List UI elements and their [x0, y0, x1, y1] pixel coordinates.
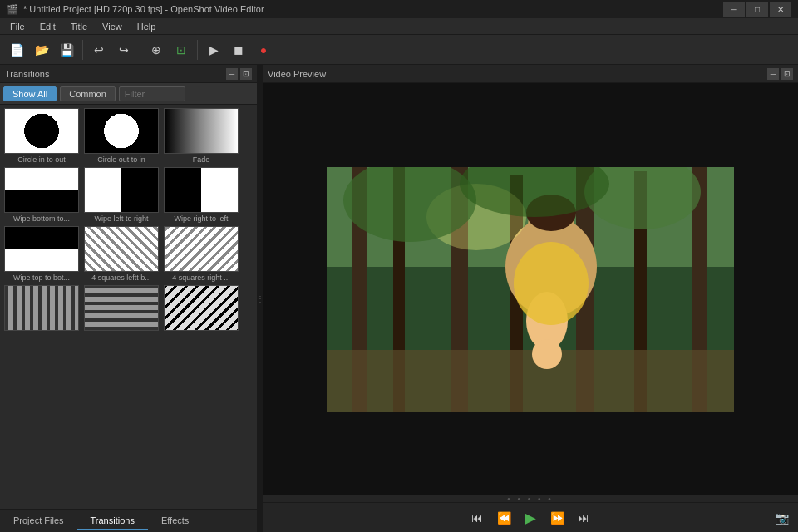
four-sq-left-preview	[85, 226, 158, 272]
play-button[interactable]: ▶	[519, 506, 542, 530]
transitions-grid: Circle in to out Circle out to in Fade W…	[0, 105, 257, 509]
app-title: * Untitled Project [HD 720p 30 fps] - Op…	[23, 4, 264, 14]
panel-minimize-icon[interactable]: ─	[226, 68, 238, 80]
wipe-bottom-preview	[5, 167, 78, 213]
stripe2-preview	[85, 285, 158, 331]
screenshot-button[interactable]: 📷	[771, 508, 791, 528]
four-sq-right-preview	[165, 226, 238, 272]
transition-fade-thumb	[164, 108, 239, 154]
transition-wipe-right-thumb	[164, 167, 239, 213]
rewind-button[interactable]: ⏪	[492, 506, 515, 530]
transitions-panel-controls: ─ ⊡	[226, 68, 252, 80]
svg-point-15	[514, 242, 589, 325]
close-button[interactable]: ✕	[770, 2, 791, 17]
transition-wipe-bottom-thumb	[4, 167, 79, 213]
toolbar-separator-3	[197, 40, 198, 60]
playback-controls: ⏮ ⏪ ▶ ⏩ ⏭ 📷	[263, 502, 798, 532]
open-button[interactable]: 📂	[30, 38, 53, 62]
redo-button[interactable]: ↪	[112, 38, 135, 62]
stripe3-preview	[165, 285, 238, 331]
transition-stripe1-thumb	[4, 285, 79, 331]
menu-view[interactable]: View	[96, 20, 129, 33]
preview-minimize-icon[interactable]: ─	[767, 68, 779, 80]
new-project-button[interactable]: 📄	[5, 38, 28, 62]
transition-wipe-top[interactable]: Wipe top to bot...	[3, 226, 80, 282]
video-preview-frame	[327, 167, 734, 412]
transition-wipe-top-thumb	[4, 226, 79, 272]
tab-effects[interactable]: Effects	[148, 512, 202, 530]
fade-preview	[165, 108, 238, 154]
transition-stripe3[interactable]	[163, 285, 239, 332]
circle-out-preview	[85, 108, 158, 154]
undo-button[interactable]: ↩	[87, 38, 111, 62]
preview-title: Video Preview	[268, 69, 326, 79]
menu-help[interactable]: Help	[131, 20, 163, 33]
record-button[interactable]: ●	[252, 38, 275, 62]
fullscreen-button[interactable]: ▶	[202, 38, 225, 62]
app-icon: 🎬	[7, 4, 18, 15]
toolbar: 📄 📂 💾 ↩ ↪ ⊕ ⊡ ▶ ◼ ●	[0, 35, 798, 65]
preview-float-icon[interactable]: ⊡	[781, 68, 793, 80]
titlebar-controls: ─ □ ✕	[723, 2, 791, 17]
circle-in-preview	[5, 108, 78, 154]
transition-circle-in-label: Circle in to out	[17, 155, 66, 164]
transition-wipe-bottom-label: Wipe bottom to...	[13, 214, 70, 223]
maximize-button[interactable]: □	[746, 2, 768, 17]
transition-4sq-right[interactable]: 4 squares right ...	[163, 226, 239, 282]
transition-wipe-bottom[interactable]: Wipe bottom to...	[3, 167, 80, 223]
filter-input[interactable]	[119, 86, 185, 101]
menu-file[interactable]: File	[3, 20, 32, 33]
transition-stripe3-thumb	[164, 285, 239, 331]
minimize-button[interactable]: ─	[723, 2, 745, 17]
bottom-tabs: Project Files Transitions Effects	[0, 509, 257, 532]
transition-wipe-left[interactable]: Wipe left to right	[83, 167, 160, 223]
transition-stripe1[interactable]	[3, 285, 80, 332]
transition-fade[interactable]: Fade	[163, 108, 239, 164]
menu-title[interactable]: Title	[64, 20, 94, 33]
titlebar: 🎬 * Untitled Project [HD 720p 30 fps] - …	[0, 0, 798, 18]
preview-header: Video Preview ─ ⊡	[263, 65, 798, 83]
transition-wipe-right[interactable]: Wipe right to left	[163, 167, 239, 223]
transition-4sq-left[interactable]: 4 squares leftt b...	[83, 226, 160, 282]
transition-4sq-left-thumb	[84, 226, 159, 272]
transition-stripe2[interactable]	[83, 285, 160, 332]
fast-forward-button[interactable]: ⏩	[545, 506, 569, 530]
preview-area	[263, 83, 798, 495]
transitions-header: Transitions ─ ⊡	[0, 65, 257, 83]
svg-rect-9	[327, 350, 734, 412]
menu-edit[interactable]: Edit	[33, 20, 62, 33]
export-button[interactable]: ⊡	[170, 38, 193, 62]
transitions-row-1: Circle in to out Circle out to in Fade	[3, 108, 254, 164]
tab-transitions[interactable]: Transitions	[77, 512, 148, 530]
titlebar-left: 🎬 * Untitled Project [HD 720p 30 fps] - …	[7, 4, 264, 15]
transition-circle-in-thumb	[4, 108, 79, 154]
tab-project-files[interactable]: Project Files	[0, 512, 77, 530]
preferences-button[interactable]: ◼	[227, 38, 250, 62]
subtab-show-all[interactable]: Show All	[3, 86, 57, 101]
wipe-right-preview	[165, 167, 238, 213]
toolbar-separator-2	[140, 40, 140, 60]
transition-4sq-left-label: 4 squares leftt b...	[91, 273, 151, 282]
transition-wipe-top-label: Wipe top to bot...	[13, 273, 70, 282]
rewind-to-start-button[interactable]: ⏮	[466, 506, 489, 530]
wipe-left-preview	[85, 167, 158, 213]
subtab-common[interactable]: Common	[60, 86, 116, 101]
transition-circle-out-thumb	[84, 108, 159, 154]
transition-circle-in[interactable]: Circle in to out	[3, 108, 80, 164]
transitions-row-2: Wipe bottom to... Wipe left to right Wip…	[3, 167, 254, 223]
import-button[interactable]: ⊕	[145, 38, 168, 62]
right-panel: Video Preview ─ ⊡	[263, 65, 798, 532]
transitions-subtabs: Show All Common	[0, 83, 257, 105]
svg-point-14	[532, 339, 562, 369]
save-button[interactable]: 💾	[55, 38, 78, 62]
transitions-title: Transitions	[5, 69, 49, 79]
fast-forward-end-button[interactable]: ⏭	[572, 506, 595, 530]
transitions-row-3: Wipe top to bot... 4 squares leftt b... …	[3, 226, 254, 282]
video-content	[327, 167, 734, 412]
wipe-top-preview	[5, 226, 78, 272]
panel-float-icon[interactable]: ⊡	[240, 68, 252, 80]
left-panel: Transitions ─ ⊡ Show All Common Circle i…	[0, 65, 258, 532]
transition-circle-out[interactable]: Circle out to in	[83, 108, 160, 164]
preview-panel-controls: ─ ⊡	[767, 68, 793, 80]
stripe1-preview	[5, 285, 78, 331]
